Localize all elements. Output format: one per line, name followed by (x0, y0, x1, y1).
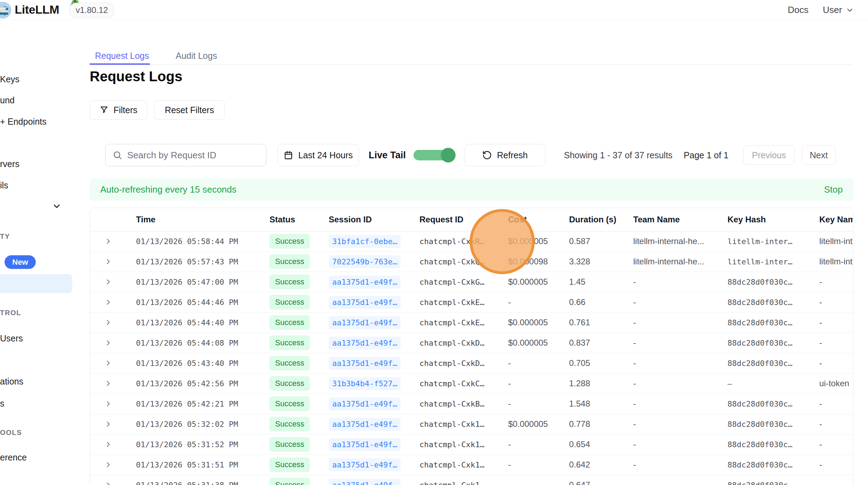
tab-audit-logs[interactable]: Audit Logs (170, 48, 222, 64)
cell-status: Success (269, 251, 329, 272)
search-box[interactable] (105, 144, 266, 166)
cell-duration: 0.778 (569, 414, 633, 434)
status-badge: Success (269, 275, 310, 289)
cell-status: Success (269, 312, 329, 333)
table-row[interactable]: 01/13/2026 05:44:46 PM Success aa1375d1-… (90, 292, 853, 312)
chevron-right-icon[interactable] (104, 278, 112, 286)
sidebar-item-users[interactable]: Users (0, 333, 23, 344)
sidebar-item-organizations[interactable]: ations (0, 376, 23, 387)
table-row[interactable]: 01/13/2026 05:44:08 PM Success aa1375d1-… (90, 333, 853, 353)
session-id-link[interactable]: 31b3b4b4-f527… (329, 377, 401, 390)
cell-key-name: - (819, 272, 853, 292)
table-row[interactable]: 01/13/2026 05:58:44 PM Success 31bfa1cf-… (90, 231, 853, 251)
cell-session-id: aa1375d1-e49f… (329, 353, 419, 373)
refresh-icon (482, 150, 492, 160)
table-row[interactable]: 01/13/2026 05:43:40 PM Success aa1375d1-… (90, 353, 853, 373)
cell-team-name: - (633, 272, 727, 292)
cell-team-name: - (633, 455, 727, 475)
chevron-right-icon[interactable] (104, 460, 112, 469)
column-time: Time (136, 208, 269, 231)
tab-divider (90, 64, 853, 65)
next-page-button[interactable]: Next (802, 145, 836, 165)
status-badge: Success (269, 376, 310, 391)
session-id-link[interactable]: 7022549b-763e… (329, 255, 401, 268)
session-id-link[interactable]: aa1375d1-e49f… (329, 397, 401, 410)
sidebar-item-api-reference[interactable]: erence (0, 452, 27, 463)
column-key-hash: Key Hash (727, 208, 819, 231)
cell-key-hash: 88dc28d0f030c… (727, 312, 819, 333)
docs-link[interactable]: Docs (788, 5, 808, 15)
active-tab-indicator (90, 63, 150, 65)
sidebar-section-observability: TY (0, 233, 10, 241)
chevron-right-icon[interactable] (104, 339, 112, 347)
table-row[interactable]: 01/13/2026 05:32:02 PM Success aa1375d1-… (90, 414, 853, 434)
cell-team-name: - (633, 353, 727, 373)
cell-time: 01/13/2026 05:44:46 PM (136, 292, 269, 312)
session-id-link[interactable]: aa1375d1-e49f… (329, 337, 401, 349)
page-indicator: Page 1 of 1 (684, 150, 729, 160)
live-tail-toggle[interactable] (414, 150, 454, 160)
session-id-link[interactable]: aa1375d1-e49f… (329, 276, 401, 289)
chevron-right-icon[interactable] (104, 400, 112, 408)
session-id-link[interactable]: aa1375d1-e49f… (329, 458, 401, 471)
cell-request-id: chatcmpl-Cxk1… (419, 434, 508, 455)
table-row[interactable]: 01/13/2026 05:57:43 PM Success 7022549b-… (90, 251, 853, 272)
chevron-right-icon[interactable] (104, 298, 112, 306)
session-id-link[interactable]: aa1375d1-e49f… (329, 316, 401, 329)
chevron-right-icon[interactable] (104, 481, 112, 485)
table-row[interactable]: 01/13/2026 05:31:52 PM Success aa1375d1-… (90, 434, 853, 455)
session-id-link[interactable]: aa1375d1-e49f… (329, 357, 401, 370)
logs-toolbar: Last 24 Hours Live Tail Refresh Showing … (105, 144, 836, 167)
top-bar: 🚅 LiteLLM 🎄 v1.80.12 Docs User (0, 0, 868, 20)
sidebar-item-teams[interactable]: s (0, 399, 5, 409)
sidebar-collapse-button[interactable] (52, 201, 62, 211)
cell-session-id: aa1375d1-e49f… (329, 414, 419, 434)
sidebar-item-keys[interactable]: Keys (0, 74, 20, 84)
status-badge: Success (269, 356, 310, 370)
cell-duration: 0.837 (569, 333, 633, 353)
time-range-button[interactable]: Last 24 Hours (278, 144, 359, 166)
session-id-link[interactable]: aa1375d1-e49f… (329, 418, 401, 431)
cell-request-id: chatcmpl-CxkD… (419, 353, 508, 373)
refresh-button[interactable]: Refresh (465, 144, 545, 166)
user-menu[interactable]: User (823, 5, 854, 15)
sidebar-item-playground[interactable]: und (0, 95, 15, 105)
previous-page-button[interactable]: Previous (743, 145, 795, 165)
version-badge: v1.80.12 (69, 3, 114, 18)
reset-filters-button[interactable]: Reset Filters (154, 100, 225, 120)
chevron-right-icon[interactable] (104, 440, 112, 449)
chevron-right-icon[interactable] (104, 420, 112, 428)
tab-request-logs[interactable]: Request Logs (90, 48, 154, 64)
chevron-right-icon[interactable] (104, 237, 112, 245)
sidebar-item-servers[interactable]: rvers (0, 159, 20, 169)
session-id-link[interactable]: aa1375d1-e49f… (329, 296, 401, 309)
filters-button[interactable]: Filters (90, 100, 147, 120)
cell-time: 01/13/2026 05:58:44 PM (136, 231, 269, 251)
cell-status: Success (269, 455, 329, 475)
sidebar-item-selected[interactable] (0, 274, 72, 293)
chevron-right-icon[interactable] (104, 359, 112, 367)
search-input[interactable] (127, 150, 259, 161)
sidebar-item-guardrails[interactable]: ils (0, 180, 8, 190)
session-id-link[interactable]: aa1375d1-e49f… (329, 438, 401, 451)
table-row[interactable]: 01/13/2026 05:31:51 PM Success aa1375d1-… (90, 455, 853, 475)
cell-time: 01/13/2026 05:42:56 PM (136, 373, 269, 394)
stop-auto-refresh-link[interactable]: Stop (824, 184, 843, 195)
sidebar-item-models-endpoints[interactable]: + Endpoints (0, 117, 47, 127)
cell-request-id: chatcmpl-Cxk1… (419, 414, 508, 434)
cell-key-hash: 88dc28d0f030c… (727, 475, 819, 485)
cell-key-hash: 88dc28d0f030c… (727, 414, 819, 434)
chevron-right-icon[interactable] (104, 318, 112, 327)
chevron-right-icon[interactable] (104, 379, 112, 388)
cell-cost: $0.000005 (508, 272, 569, 292)
chevron-right-icon[interactable] (104, 257, 112, 266)
session-id-link[interactable]: 31bfa1cf-0ebe… (329, 235, 401, 248)
table-row[interactable]: 01/13/2026 05:31:38 PM Success aa1375d1-… (90, 475, 853, 485)
table-row[interactable]: 01/13/2026 05:42:21 PM Success aa1375d1-… (90, 394, 853, 414)
table-row[interactable]: 01/13/2026 05:47:00 PM Success aa1375d1-… (90, 272, 853, 292)
table-row[interactable]: 01/13/2026 05:44:40 PM Success aa1375d1-… (90, 312, 853, 333)
cell-cost: $0.000098 (508, 251, 569, 272)
table-row[interactable]: 01/13/2026 05:42:56 PM Success 31b3b4b4-… (90, 373, 853, 394)
session-id-link[interactable]: aa1375d1-e49f… (329, 479, 401, 485)
cell-team-name: - (633, 292, 727, 312)
